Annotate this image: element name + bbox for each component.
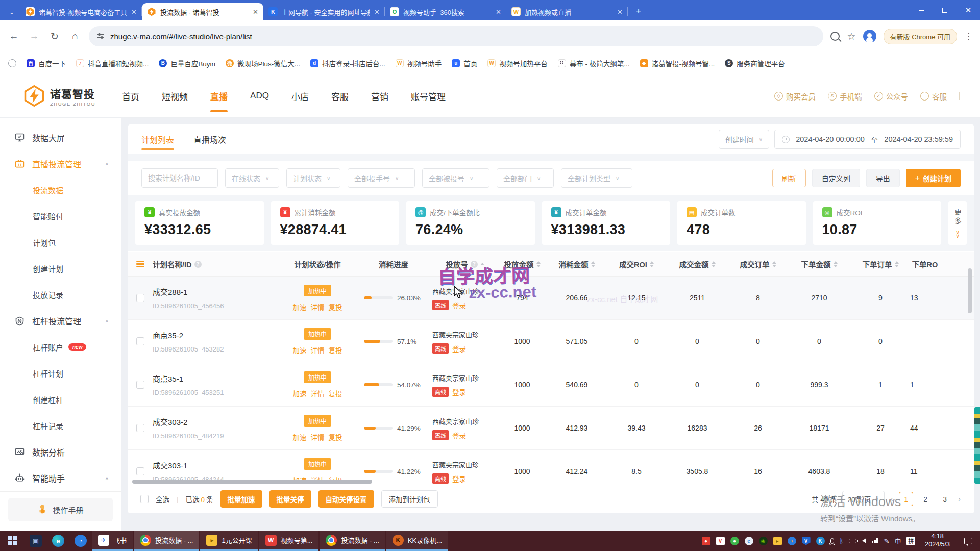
export-button[interactable]: 导出 bbox=[866, 169, 900, 187]
login-link[interactable]: 登录 bbox=[452, 300, 466, 310]
col-order-count[interactable]: 下单订单 bbox=[851, 259, 910, 269]
taskbar-app-kk[interactable]: KKK录像机... bbox=[386, 531, 448, 551]
speed-up-link[interactable]: 加速 bbox=[293, 432, 307, 442]
sort-icons[interactable] bbox=[650, 261, 654, 267]
row-checkbox[interactable] bbox=[136, 467, 144, 475]
tray-k-icon[interactable]: K bbox=[816, 537, 825, 545]
bookmark-globe[interactable] bbox=[8, 59, 16, 67]
login-link[interactable]: 登录 bbox=[452, 430, 466, 440]
sort-icons[interactable] bbox=[712, 261, 716, 267]
nav-marketing[interactable]: 营销 bbox=[371, 74, 388, 117]
detail-link[interactable]: 详情 bbox=[311, 302, 325, 312]
app-logo[interactable]: 诸葛智投 ZHUGE ZHITOU bbox=[23, 85, 95, 107]
detail-link[interactable]: 详情 bbox=[311, 345, 325, 355]
add-to-package-button[interactable]: 添加到计划包 bbox=[381, 490, 438, 508]
page-size-select[interactable]: 20条/页 bbox=[842, 491, 885, 507]
tray-language[interactable]: 中 bbox=[895, 537, 901, 545]
taskbar-app-wps[interactable]: W视频号第... bbox=[259, 531, 319, 551]
re-invest-link[interactable]: 复投 bbox=[329, 432, 342, 442]
re-invest-link[interactable]: 复投 bbox=[329, 345, 342, 355]
page-1-current[interactable]: 1 bbox=[899, 492, 913, 506]
table-row[interactable]: 商点35-1ID:5896261005_453251 加热中 加速详情复投 54… bbox=[128, 363, 974, 407]
url-bar[interactable]: zhuge.v-ma.com/#/live-studio/live-plan/l… bbox=[89, 26, 823, 46]
new-tab-button[interactable]: + bbox=[631, 4, 646, 19]
profile-avatar[interactable] bbox=[863, 30, 876, 43]
create-plan-button[interactable]: +创建计划 bbox=[906, 169, 961, 187]
page-3[interactable]: 3 bbox=[938, 492, 952, 506]
sidebar-group-live[interactable]: 直播投流管理∧ bbox=[0, 151, 121, 177]
re-invest-link[interactable]: 复投 bbox=[329, 388, 342, 398]
sidebar-item-lever-plan[interactable]: 杠杆计划 bbox=[0, 360, 121, 386]
bookmark-item[interactable]: B巨量百应Buyin bbox=[159, 58, 215, 68]
nav-short-video[interactable]: 短视频 bbox=[162, 74, 188, 117]
nav-account[interactable]: 账号管理 bbox=[411, 74, 446, 117]
taskbar-app-chrome-2[interactable]: 投流数据 - ... bbox=[320, 531, 385, 551]
col-deal-orders[interactable]: 成交订单 bbox=[728, 259, 788, 269]
sidebar-item-lever-record[interactable]: 杠杆记录 bbox=[0, 413, 121, 439]
target-account-select[interactable]: 全部被投号 bbox=[422, 168, 489, 188]
col-deal-amount[interactable]: 成交金额 bbox=[666, 259, 728, 269]
detail-link[interactable]: 详情 bbox=[311, 388, 325, 398]
bookmark-item[interactable]: 百百度一下 bbox=[27, 58, 66, 68]
browser-tab-3[interactable]: K 上网导航 - 安全实用的网址导航 ✕ bbox=[263, 3, 385, 20]
notification-center-button[interactable] bbox=[960, 538, 977, 544]
columns-menu-icon[interactable] bbox=[136, 261, 144, 268]
sidebar-group-assistant[interactable]: 智能助手∧ bbox=[0, 465, 121, 491]
taskbar-app-feishu[interactable]: ✈飞书 bbox=[92, 531, 133, 551]
online-status-select[interactable]: 在线状态 bbox=[225, 168, 279, 188]
browser-tab-5[interactable]: W 加热视频或直播 ✕ bbox=[506, 3, 628, 20]
vertical-scrollbar[interactable] bbox=[968, 268, 972, 313]
col-account[interactable]: 投放号 bbox=[432, 259, 498, 269]
back-button[interactable]: ← bbox=[7, 30, 20, 43]
search-icon[interactable] bbox=[830, 32, 840, 41]
tray-shield-icon[interactable]: V bbox=[802, 537, 811, 545]
tray-nvidia-icon[interactable]: ◉ bbox=[759, 537, 768, 545]
plan-status-select[interactable]: 计划状态 bbox=[286, 168, 340, 188]
login-link[interactable]: 登录 bbox=[452, 343, 466, 354]
row-checkbox[interactable] bbox=[136, 424, 144, 432]
select-all-label[interactable]: 全选 bbox=[156, 494, 169, 504]
sidebar-item-smart-compensation[interactable]: 智能赔付 bbox=[0, 203, 121, 229]
re-invest-link[interactable]: 复投 bbox=[329, 302, 342, 312]
detail-link[interactable]: 详情 bbox=[311, 432, 325, 442]
browser-tab-2-active[interactable]: 投流数据 - 诸葛智投 ✕ bbox=[142, 3, 263, 20]
manual-button[interactable]: 操作手册 bbox=[8, 498, 113, 521]
select-all-checkbox[interactable] bbox=[140, 495, 149, 503]
edge-extension-widget[interactable] bbox=[974, 407, 980, 484]
sidebar-item-create-lever[interactable]: 创建杠杆 bbox=[0, 387, 121, 413]
bookmark-item[interactable]: S服务商管理平台 bbox=[725, 58, 785, 68]
login-link[interactable]: 登录 bbox=[452, 473, 466, 484]
browser-tab-4[interactable]: O 视频号助手_360搜索 ✕ bbox=[385, 3, 506, 20]
speed-up-link[interactable]: 加速 bbox=[293, 388, 307, 398]
taskbar-clock[interactable]: 4:18 2024/5/3 bbox=[921, 533, 954, 548]
bookmark-item[interactable]: d抖店登录-抖店后台... bbox=[310, 58, 385, 68]
bookmark-item[interactable]: W视频号加热平台 bbox=[487, 58, 548, 68]
table-row[interactable]: 成交288-1ID:5896261005_456456 加热中 加速详情复投 2… bbox=[128, 277, 974, 320]
site-settings-icon[interactable] bbox=[97, 34, 104, 38]
nav-shop[interactable]: 小店 bbox=[291, 74, 309, 117]
refresh-button[interactable]: 刷新 bbox=[772, 169, 806, 187]
close-button[interactable]: ✕ bbox=[957, 0, 980, 20]
tab-plan-list-active[interactable]: 计划列表 bbox=[141, 124, 174, 154]
forward-button[interactable]: → bbox=[28, 30, 41, 43]
tray-bluetooth-icon[interactable]: ᛒ bbox=[840, 537, 844, 545]
tray-cloud-icon[interactable]: ◑ bbox=[788, 537, 796, 545]
browser-menu-icon[interactable] bbox=[964, 31, 973, 42]
tray-battery-icon[interactable] bbox=[849, 539, 856, 543]
nav-live-active[interactable]: 直播 bbox=[210, 74, 228, 117]
speed-up-link[interactable]: 加速 bbox=[293, 345, 307, 355]
nav-home[interactable]: 首页 bbox=[122, 74, 139, 117]
bookmark-item[interactable]: ♪抖音直播和短视频... bbox=[76, 58, 149, 68]
tab-close-icon[interactable]: ✕ bbox=[496, 8, 501, 16]
tray-mic-icon[interactable] bbox=[830, 538, 834, 544]
buy-membership-link[interactable]: ◇购买会员 bbox=[774, 91, 816, 102]
pinned-app-browser[interactable]: ◔ bbox=[69, 531, 92, 551]
sidebar-item-plan-package[interactable]: 计划包 bbox=[0, 229, 121, 255]
row-checkbox[interactable] bbox=[136, 337, 144, 345]
sidebar-item-delivery-record[interactable]: 投放记录 bbox=[0, 282, 121, 308]
start-button[interactable] bbox=[0, 531, 24, 551]
tray-volume-icon[interactable] bbox=[862, 538, 866, 543]
bookmark-item[interactable]: ∷幕布 - 极简大纲笔... bbox=[558, 58, 630, 68]
nav-adq[interactable]: ADQ bbox=[250, 74, 269, 117]
tray-green-app-icon[interactable]: ● bbox=[730, 537, 739, 545]
